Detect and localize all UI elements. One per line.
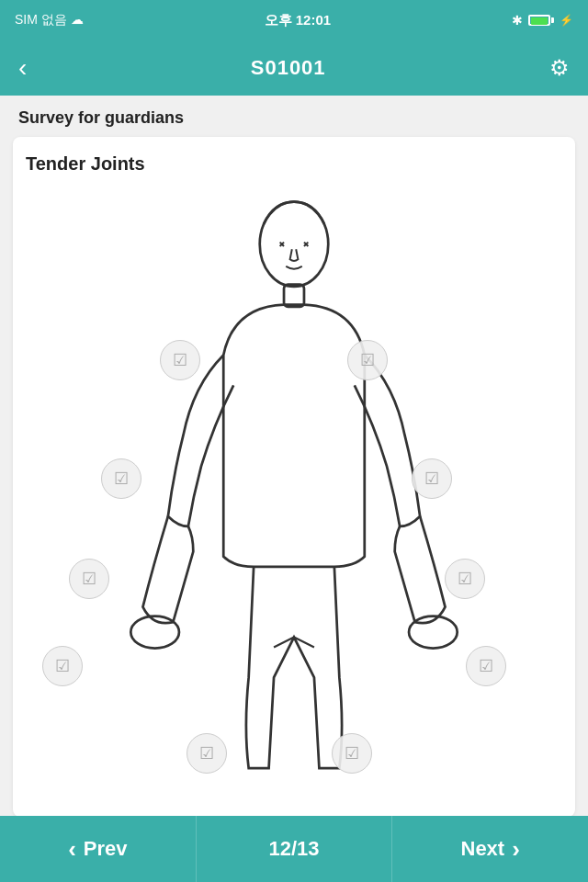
page-indicator: 12/13	[197, 837, 392, 861]
joint-right-wrist[interactable]: ☑	[445, 559, 485, 599]
bluetooth-icon: ✱	[512, 13, 523, 28]
check-icon: ☑	[479, 656, 493, 676]
survey-label: Survey for guardians	[0, 96, 588, 137]
check-icon: ☑	[458, 569, 472, 589]
body-diagram: ☑ ☑ ☑ ☑ ☑ ☑ ☑ ☑ ☑ ☑	[26, 184, 562, 808]
check-icon: ☑	[345, 743, 359, 763]
joint-left-elbow[interactable]: ☑	[101, 458, 141, 499]
prev-label: Prev	[84, 837, 128, 861]
status-right: ✱ ⚡	[512, 13, 573, 28]
next-arrow-icon: ›	[512, 835, 520, 864]
prev-button[interactable]: ‹ Prev	[0, 816, 197, 882]
bottom-navigation: ‹ Prev 12/13 Next ›	[0, 816, 588, 882]
sim-status: SIM 없음 ☁	[15, 12, 84, 28]
check-icon: ☑	[55, 656, 70, 676]
joint-left-wrist[interactable]: ☑	[69, 559, 109, 599]
charge-icon: ⚡	[560, 14, 573, 27]
check-icon: ☑	[199, 743, 214, 763]
check-icon: ☑	[173, 350, 187, 370]
status-left: SIM 없음 ☁	[15, 12, 84, 28]
status-time: 오후 12:01	[265, 12, 332, 29]
settings-button[interactable]: ⚙	[549, 55, 570, 81]
survey-card: Tender Joints	[13, 137, 575, 817]
joint-left-hand[interactable]: ☑	[42, 646, 83, 686]
joint-right-hand[interactable]: ☑	[466, 646, 506, 686]
next-label: Next	[461, 837, 505, 861]
joint-left-shoulder[interactable]: ☑	[160, 340, 200, 380]
card-title: Tender Joints	[26, 153, 562, 175]
battery-icon	[528, 15, 554, 26]
header-title: S01001	[251, 56, 326, 80]
svg-rect-5	[284, 285, 304, 307]
body-svg	[26, 184, 562, 808]
status-bar: SIM 없음 ☁ 오후 12:01 ✱ ⚡	[0, 0, 588, 40]
prev-arrow-icon: ‹	[68, 835, 76, 864]
check-icon: ☑	[360, 350, 375, 370]
check-icon: ☑	[82, 569, 96, 589]
joint-right-knee[interactable]: ☑	[332, 733, 372, 774]
next-button[interactable]: Next ›	[391, 816, 588, 882]
check-icon: ☑	[424, 469, 439, 489]
check-icon: ☑	[114, 469, 129, 489]
back-button[interactable]: ‹	[18, 53, 27, 83]
app-header: ‹ S01001 ⚙	[0, 40, 588, 96]
